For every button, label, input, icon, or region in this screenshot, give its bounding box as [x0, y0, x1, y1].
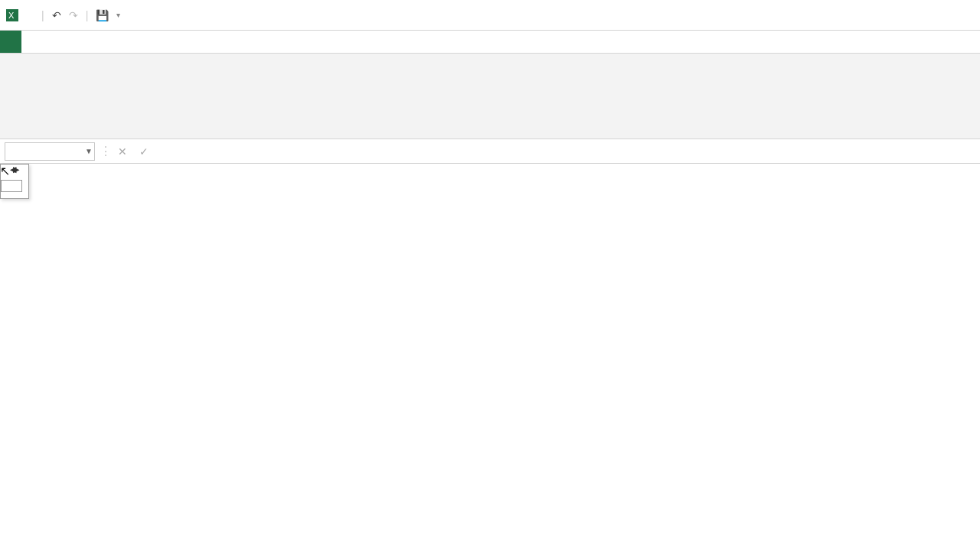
redo-icon[interactable]: ↷ — [69, 9, 78, 21]
name-box[interactable]: ▼ — [5, 142, 95, 161]
svg-text:X: X — [8, 11, 15, 20]
chevron-down-icon[interactable]: ▼ — [85, 147, 93, 155]
formula-input[interactable] — [176, 142, 980, 161]
undo-icon[interactable]: ↶ — [52, 9, 61, 21]
qat-customise-icon[interactable]: ▾ — [116, 11, 120, 19]
next-month-icon[interactable]: ▶ — [7, 165, 25, 174]
ribbon-body — [0, 54, 980, 139]
qat-sep2: | — [86, 9, 89, 21]
save-icon[interactable]: 💾 — [96, 9, 109, 21]
excel-logo-icon: X — [6, 9, 18, 21]
qat-sep: | — [41, 9, 44, 21]
ribbon-tabs — [0, 31, 980, 54]
tab-file[interactable] — [0, 31, 21, 53]
confirm-edit-icon[interactable]: ✓ — [133, 145, 155, 158]
popup-calendar-widget: ◀ ▶ — [0, 164, 29, 199]
formula-bar: ▼ ⋮ ✕ ✓ — [0, 139, 980, 164]
quick-access-toolbar: X | ↶ ↷ | 💾 ▾ — [0, 0, 980, 31]
cancel-edit-icon[interactable]: ✕ — [112, 145, 133, 158]
clear-date-box[interactable] — [1, 180, 22, 192]
